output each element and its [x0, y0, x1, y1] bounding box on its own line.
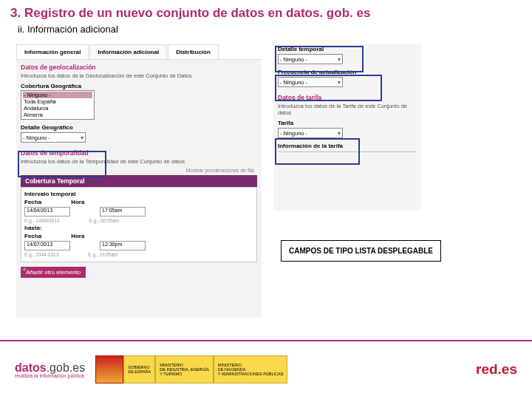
coverage-listbox[interactable]: - Ninguno - Toda España Andalucía Almerí…	[21, 90, 95, 120]
row-weights-link[interactable]: Mostrar ponderaciones de fila	[16, 167, 262, 174]
list-item[interactable]: Andalucía	[23, 105, 92, 112]
gov-text: GOBIERNO DE ESPAÑA	[123, 355, 155, 383]
tab-general[interactable]: Información general	[16, 44, 89, 59]
gov-text: MINISTERIO DE INDUSTRIA, ENERGÍA Y TURIS…	[155, 355, 214, 383]
gov-logo-block: GOBIERNO DE ESPAÑA MINISTERIO DE INDUSTR…	[95, 355, 287, 383]
content-area: Información general Información adiciona…	[0, 41, 532, 321]
datos-logo: datos.gob.es reutiliza la información pú…	[15, 361, 85, 378]
drag-handle-icon[interactable]: +	[22, 265, 27, 273]
coverage-temporal-body: Intervalo temporal Intervalo temporal Fe…	[21, 187, 257, 262]
select-value: - Ninguno -	[280, 130, 307, 137]
time-input-start[interactable]: 17:05am	[100, 207, 146, 216]
select-value: - Ninguno -	[280, 56, 307, 63]
list-item[interactable]: Toda España	[23, 98, 92, 105]
tarifa-header: Datos de tarifa	[273, 90, 421, 103]
footer-rule	[0, 340, 532, 341]
detail-geo-select[interactable]: - Ninguno - ▾	[21, 132, 86, 143]
select-value: - Ninguno -	[280, 79, 307, 86]
fecha-label: Fecha	[24, 199, 41, 205]
chevron-down-icon: ▾	[338, 79, 341, 86]
geo-text: Introduzca los datos de la Geolocalizaci…	[16, 72, 262, 81]
frequency-label: Frecuencia de actualización	[273, 67, 421, 76]
slide-footer: datos.gob.es reutiliza la información pú…	[0, 347, 532, 392]
example-text: E.g., 2344-2313	[24, 252, 58, 257]
fecha-label-2: Fecha	[24, 233, 41, 239]
example-text: E.g., 19:05am	[88, 252, 117, 257]
tab-adicional[interactable]: Información adicional	[89, 44, 167, 59]
logo-tagline: reutiliza la información pública	[15, 373, 85, 378]
coverage-temporal-sub: Intervalo temporal	[24, 191, 253, 197]
detail-temporal-select[interactable]: - Ninguno - ▾	[278, 54, 343, 64]
detail-geo-label: Detalle Geográfico	[16, 123, 262, 132]
example-text: E.g., 14/04/2013	[24, 218, 60, 223]
coverage-label: Cobertura Geográfica	[16, 81, 262, 90]
logo-text: .gob.es	[47, 361, 85, 374]
tarifa-select[interactable]: - Ninguno - ▾	[278, 128, 343, 138]
chevron-down-icon: ▾	[81, 134, 83, 141]
form-panel-right: Detalle temporal - Ninguno - ▾ Frecuenci…	[273, 44, 421, 211]
time-input-end[interactable]: 12:30pm	[100, 241, 146, 250]
logo-text: red.	[476, 361, 502, 377]
tab-distribucion[interactable]: Distribución	[168, 44, 219, 59]
spain-coat-icon	[95, 355, 123, 383]
add-element-button[interactable]: Añadir otro elemento	[21, 267, 86, 278]
hora-label-2: Hora	[71, 233, 84, 239]
logo-text: es	[502, 361, 517, 377]
select-value: - Ninguno -	[23, 134, 50, 141]
callout-box: CAMPOS DE TIPO LISTA DESPLEGABLE	[281, 240, 441, 262]
slide-title: 3. Registro de un nuevo conjunto de dato…	[0, 0, 532, 22]
example-text: E.g., 00:05am	[89, 218, 119, 223]
list-item[interactable]: - Ninguno -	[23, 92, 92, 98]
geo-header: Datos de geolocalización	[16, 60, 262, 72]
date-input-start[interactable]: 14/04/2013	[24, 207, 70, 216]
red-es-logo: red.es	[476, 361, 517, 378]
form-panel-left: Información general Información adiciona…	[16, 44, 262, 318]
chevron-down-icon: ▾	[338, 56, 341, 63]
list-item[interactable]: Almería	[23, 112, 92, 118]
temp-header: Datos de temporalidad	[16, 146, 262, 158]
slide-subtitle: ii. Información adicional	[0, 22, 532, 41]
detail-temporal-label: Detalle temporal	[273, 44, 421, 53]
hora-label: Hora	[71, 199, 84, 205]
tarifa-info-label: Información de la tarifa	[273, 141, 421, 150]
chevron-down-icon: ▾	[338, 130, 341, 137]
date-input-end[interactable]: 14/07/2013	[24, 241, 70, 250]
form-tabs: Información general Información adiciona…	[16, 44, 262, 60]
temp-text: Introduzca los datos de la Temporalidad …	[16, 158, 262, 167]
logo-text: datos	[15, 361, 47, 374]
tarifa-text: Introduzca los datos de la Tarifa de est…	[273, 103, 421, 118]
tarifa-label: Tarifa	[273, 118, 421, 127]
coverage-temporal-header: Cobertura Temporal	[21, 175, 257, 187]
hasta-label: hasta:	[24, 225, 253, 231]
divider	[278, 151, 417, 152]
frequency-select[interactable]: - Ninguno - ▾	[278, 77, 343, 87]
gov-text: MINISTERIO DE HACIENDA Y ADMINISTRACIONE…	[214, 355, 288, 383]
